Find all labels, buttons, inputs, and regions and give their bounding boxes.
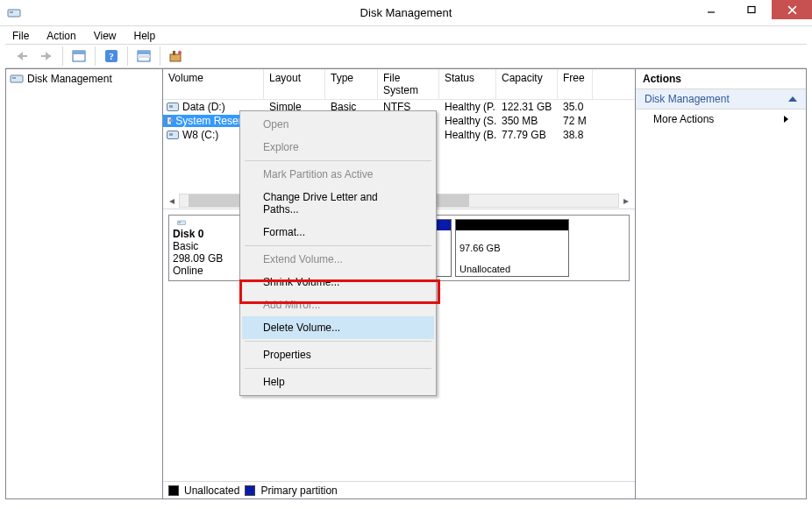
context-menu: OpenExploreMark Partition as ActiveChang… bbox=[239, 110, 437, 396]
col-free[interactable]: Free bbox=[558, 69, 593, 99]
svg-rect-19 bbox=[179, 222, 182, 223]
context-menu-item[interactable]: Delete Volume... bbox=[242, 316, 434, 339]
app-icon bbox=[7, 6, 21, 20]
toolbar-view-top-button[interactable] bbox=[68, 46, 90, 67]
context-menu-item: Mark Partition as Active bbox=[242, 163, 434, 186]
drive-icon bbox=[167, 103, 179, 111]
legend-swatch-unallocated bbox=[168, 485, 179, 496]
actions-section-title: Disk Management bbox=[645, 93, 730, 105]
actions-pane: Actions Disk Management More Actions bbox=[636, 68, 807, 499]
context-menu-item[interactable]: Properties bbox=[242, 343, 434, 366]
disk-management-icon bbox=[10, 72, 24, 86]
svg-rect-14 bbox=[173, 51, 175, 55]
legend-label-unallocated: Unallocated bbox=[184, 484, 239, 497]
svg-rect-3 bbox=[748, 7, 755, 13]
col-status[interactable]: Status bbox=[439, 69, 496, 99]
scroll-right-icon[interactable]: ▸ bbox=[619, 194, 633, 208]
actions-section-head[interactable]: Disk Management bbox=[636, 89, 806, 110]
toolbar: ? bbox=[5, 44, 807, 68]
window-titlebar: Disk Management bbox=[0, 0, 812, 26]
col-capacity[interactable]: Capacity bbox=[496, 69, 558, 99]
submenu-arrow-icon bbox=[784, 116, 788, 123]
partition[interactable]: 97.66 GBUnallocated bbox=[455, 219, 569, 277]
col-layout[interactable]: Layout bbox=[264, 69, 325, 99]
legend-label-primary: Primary partition bbox=[260, 484, 337, 497]
context-menu-item[interactable]: Help bbox=[242, 371, 434, 393]
menu-action[interactable]: Action bbox=[39, 29, 82, 43]
nav-back-button[interactable] bbox=[11, 46, 33, 67]
svg-rect-12 bbox=[138, 55, 150, 58]
svg-rect-1 bbox=[10, 11, 13, 13]
window-minimize-button[interactable] bbox=[691, 0, 731, 19]
volume-header-row: Volume Layout Type File System Status Ca… bbox=[163, 69, 635, 100]
svg-rect-11 bbox=[138, 51, 150, 54]
window-close-button[interactable] bbox=[772, 0, 812, 19]
legend: Unallocated Primary partition bbox=[163, 481, 635, 498]
col-filesystem[interactable]: File System bbox=[378, 69, 439, 99]
svg-rect-7 bbox=[73, 51, 85, 54]
svg-text:?: ? bbox=[109, 51, 114, 61]
menu-view[interactable]: View bbox=[87, 29, 124, 43]
context-menu-item: Explore bbox=[242, 136, 434, 159]
disk-type: Basic bbox=[173, 240, 247, 252]
disk-status: Online bbox=[173, 265, 247, 277]
tree-root-item[interactable]: Disk Management bbox=[8, 71, 160, 87]
scroll-left-icon[interactable]: ◂ bbox=[165, 194, 179, 208]
toolbar-separator bbox=[95, 46, 96, 66]
legend-swatch-primary bbox=[245, 485, 255, 496]
context-menu-separator bbox=[245, 245, 431, 246]
context-menu-item[interactable]: Format... bbox=[242, 221, 434, 244]
actions-header: Actions bbox=[636, 69, 806, 89]
context-menu-separator bbox=[245, 368, 431, 369]
toolbar-separator bbox=[160, 46, 160, 66]
disk-name: Disk 0 bbox=[173, 228, 247, 240]
disk-icon bbox=[173, 219, 190, 226]
svg-rect-17 bbox=[12, 77, 16, 79]
svg-point-15 bbox=[178, 51, 182, 54]
context-menu-item[interactable]: Shrink Volume... bbox=[242, 271, 434, 293]
tree-root-label: Disk Management bbox=[27, 73, 112, 85]
toolbar-view-list-button[interactable] bbox=[132, 46, 155, 67]
actions-item-label: More Actions bbox=[653, 113, 714, 125]
toolbar-settings-button[interactable] bbox=[165, 46, 188, 67]
menu-file[interactable]: File bbox=[5, 29, 36, 43]
context-menu-item: Add Mirror... bbox=[242, 293, 434, 316]
toolbar-separator bbox=[62, 46, 63, 66]
context-menu-item: Extend Volume... bbox=[242, 248, 434, 271]
col-volume[interactable]: Volume bbox=[163, 69, 264, 99]
collapse-icon bbox=[788, 96, 797, 102]
tree-pane: Disk Management bbox=[5, 68, 163, 499]
toolbar-separator bbox=[127, 46, 128, 66]
context-menu-separator bbox=[245, 341, 431, 342]
help-button[interactable]: ? bbox=[100, 46, 123, 67]
actions-item-more-actions[interactable]: More Actions bbox=[636, 110, 806, 129]
menu-bar: File Action View Help bbox=[0, 26, 812, 44]
disk-size: 298.09 GB bbox=[173, 252, 247, 265]
context-menu-separator bbox=[245, 160, 431, 161]
window-maximize-button[interactable] bbox=[731, 0, 772, 19]
col-type[interactable]: Type bbox=[325, 69, 378, 99]
drive-icon bbox=[167, 131, 179, 139]
context-menu-item[interactable]: Change Drive Letter and Paths... bbox=[242, 186, 434, 221]
drive-icon bbox=[167, 117, 172, 125]
svg-rect-13 bbox=[170, 54, 181, 61]
context-menu-item: Open bbox=[242, 113, 434, 136]
menu-help[interactable]: Help bbox=[127, 29, 163, 43]
nav-forward-button[interactable] bbox=[35, 46, 58, 67]
